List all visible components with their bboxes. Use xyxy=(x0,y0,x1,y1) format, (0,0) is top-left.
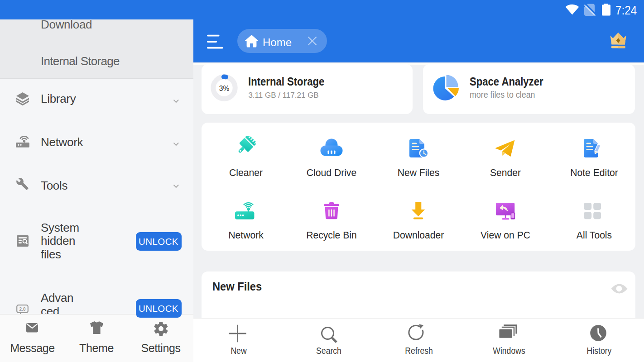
svg-text:3%: 3% xyxy=(219,84,230,93)
svg-text:2.0: 2.0 xyxy=(19,307,26,312)
